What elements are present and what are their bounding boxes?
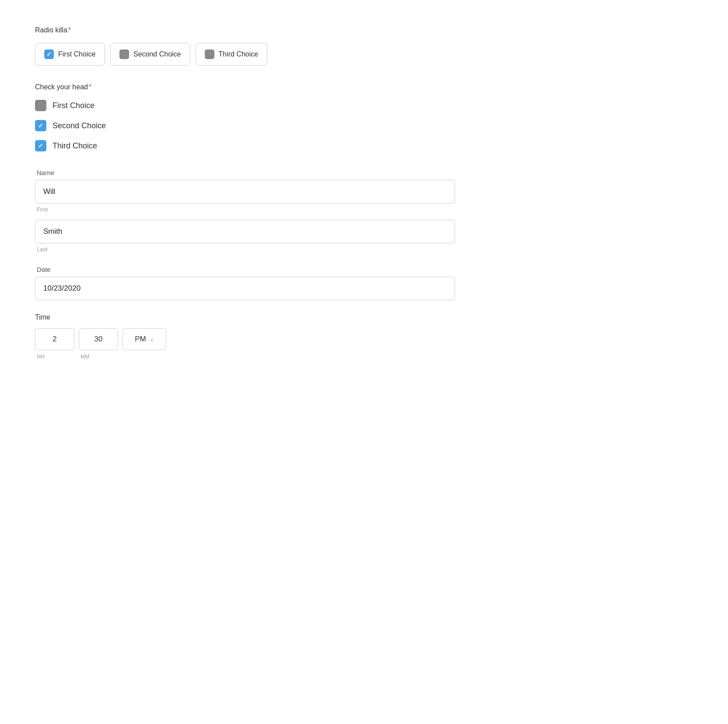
check-first-checkbox	[35, 100, 46, 111]
time-label: Time	[35, 313, 693, 321]
chevron-down-icon: ⌄	[150, 336, 154, 342]
date-input[interactable]	[35, 277, 455, 300]
check-your-head-label-text: Check your head	[35, 83, 88, 91]
radio-first-label: First Choice	[58, 50, 95, 58]
time-row: PM ⌄	[35, 328, 693, 350]
check-second-checkmark: ✓	[38, 123, 43, 129]
name-label: Name	[35, 169, 693, 176]
check-your-head-section: Check your head* First Choice ✓ Second C…	[35, 83, 693, 151]
radio-first-checkmark: ✓	[46, 51, 52, 57]
check-your-head-required-star: *	[89, 83, 91, 91]
time-mm-label: MM	[79, 354, 118, 360]
check-your-head-choices: First Choice ✓ Second Choice ✓ Third Cho…	[35, 100, 693, 151]
radio-killa-required-star: *	[68, 26, 71, 34]
check-second-label: Second Choice	[52, 121, 106, 130]
check-third-checkbox: ✓	[35, 140, 46, 151]
time-sub-labels: HH MM	[35, 354, 693, 360]
time-hh-label: HH	[35, 354, 74, 360]
check-third-choice[interactable]: ✓ Third Choice	[35, 140, 693, 151]
radio-killa-label: Radio killa*	[35, 26, 693, 34]
check-first-choice[interactable]: First Choice	[35, 100, 693, 111]
radio-killa-label-text: Radio killa	[35, 26, 67, 34]
radio-killa-choices: ✓ First Choice Second Choice Third Choic…	[35, 43, 693, 66]
check-second-checkbox: ✓	[35, 120, 46, 131]
name-last-sublabel: Last	[35, 246, 693, 253]
name-first-group: First	[35, 180, 693, 213]
radio-third-label: Third Choice	[219, 50, 259, 58]
time-section: Time PM ⌄ HH MM	[35, 313, 693, 360]
name-first-sublabel: First	[35, 206, 693, 213]
name-first-input[interactable]	[35, 180, 455, 204]
name-last-group: Last	[35, 220, 693, 253]
radio-first-choice[interactable]: ✓ First Choice	[35, 43, 105, 66]
check-second-choice[interactable]: ✓ Second Choice	[35, 120, 693, 131]
radio-first-checkbox: ✓	[44, 49, 54, 59]
check-your-head-label: Check your head*	[35, 83, 693, 91]
name-last-input[interactable]	[35, 220, 455, 243]
radio-third-choice[interactable]: Third Choice	[196, 43, 268, 66]
time-ampm-select[interactable]: PM ⌄	[122, 328, 166, 350]
time-ampm-value: PM	[135, 335, 146, 344]
radio-second-choice[interactable]: Second Choice	[110, 43, 190, 66]
check-first-label: First Choice	[52, 101, 94, 110]
radio-third-checkbox	[205, 49, 214, 59]
radio-second-checkbox	[119, 49, 129, 59]
date-section: Date	[35, 266, 693, 300]
name-section: Name First Last	[35, 169, 693, 253]
time-hour-input[interactable]	[35, 328, 74, 350]
radio-killa-section: Radio killa* ✓ First Choice Second Choic…	[35, 26, 693, 66]
check-third-checkmark: ✓	[38, 143, 43, 149]
check-third-label: Third Choice	[52, 141, 97, 151]
time-minute-input[interactable]	[79, 328, 118, 350]
date-label: Date	[35, 266, 693, 273]
radio-second-label: Second Choice	[133, 50, 181, 58]
